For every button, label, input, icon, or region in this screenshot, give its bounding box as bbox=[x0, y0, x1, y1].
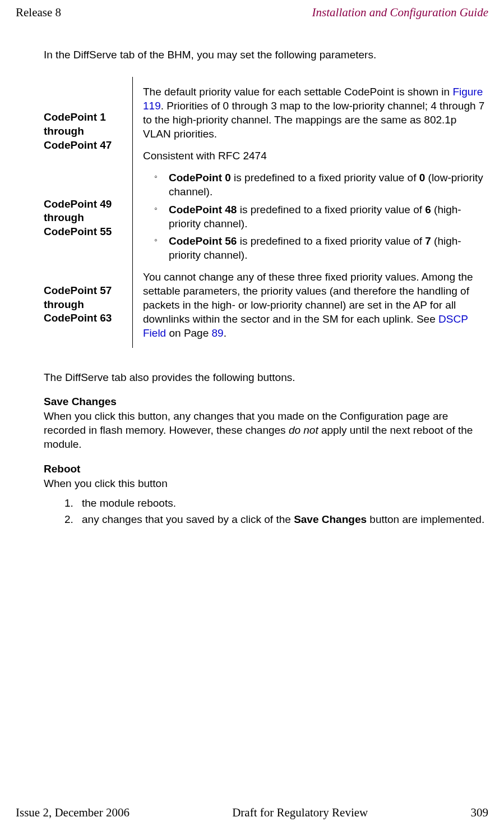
codepoint-bullet-list: CodePoint 0 is predefined to a fixed pri… bbox=[143, 171, 487, 261]
label-text: CodePoint 47 bbox=[44, 139, 112, 151]
desc-paragraph: The default priority value for each sett… bbox=[143, 85, 487, 141]
footer-left: Issue 2, December 2006 bbox=[16, 806, 130, 820]
text: . bbox=[224, 327, 226, 339]
list-item: CodePoint 48 is predefined to a fixed pr… bbox=[143, 203, 487, 231]
label-text: CodePoint 63 bbox=[44, 312, 112, 324]
label-text: through bbox=[44, 212, 84, 223]
text: The default priority value for each sett… bbox=[143, 86, 452, 98]
page-header: Release 8 Installation and Configuration… bbox=[16, 6, 488, 20]
strong-text: CodePoint 0 bbox=[169, 172, 231, 183]
desc-paragraph: Consistent with RFC 2474 bbox=[143, 149, 487, 163]
label-text: CodePoint 1 bbox=[44, 111, 106, 123]
text: on Page bbox=[166, 327, 211, 339]
list-item: CodePoint 0 is predefined to a fixed pri… bbox=[143, 171, 487, 199]
description-column: The default priority value for each sett… bbox=[133, 77, 487, 348]
strong-text: CodePoint 56 bbox=[169, 235, 237, 247]
label-text: CodePoint 55 bbox=[44, 226, 112, 237]
label-text: through bbox=[44, 299, 84, 310]
label-text: CodePoint 57 bbox=[44, 284, 112, 296]
footer-center: Draft for Regulatory Review bbox=[232, 806, 368, 820]
desc-paragraph: You cannot change any of these three fix… bbox=[143, 270, 487, 340]
page-content: In the DiffServe tab of the BHM, you may… bbox=[44, 38, 487, 529]
buttons-intro: The DiffServe tab also provides the foll… bbox=[44, 370, 487, 384]
header-left: Release 8 bbox=[16, 6, 61, 20]
intro-paragraph: In the DiffServe tab of the BHM, you may… bbox=[44, 49, 487, 61]
reboot-heading: Reboot bbox=[44, 463, 487, 475]
emphasis: do not bbox=[289, 424, 318, 436]
text: You cannot change any of these three fix… bbox=[143, 271, 473, 325]
label-codepoint-1-47: CodePoint 1 through CodePoint 47 bbox=[44, 111, 127, 152]
text: is predefined to a fixed priority value … bbox=[231, 172, 419, 183]
strong-text: Save Changes bbox=[294, 513, 367, 525]
header-right: Installation and Configuration Guide bbox=[312, 6, 488, 20]
text: . Priorities of 0 through 3 map to the l… bbox=[143, 100, 484, 140]
parameter-table: CodePoint 1 through CodePoint 47 CodePoi… bbox=[44, 77, 487, 348]
strong-text: 7 bbox=[425, 235, 431, 247]
label-codepoint-49-55: CodePoint 49 through CodePoint 55 bbox=[44, 198, 127, 239]
text: button are implemented. bbox=[367, 513, 484, 525]
label-text: CodePoint 49 bbox=[44, 198, 112, 210]
save-changes-heading: Save Changes bbox=[44, 396, 487, 408]
list-item: CodePoint 56 is predefined to a fixed pr… bbox=[143, 234, 487, 262]
text: any changes that you saved by a click of… bbox=[82, 513, 294, 525]
list-item: any changes that you saved by a click of… bbox=[76, 512, 487, 526]
label-text: through bbox=[44, 125, 84, 137]
strong-text: CodePoint 48 bbox=[169, 204, 237, 215]
strong-text: 0 bbox=[419, 172, 426, 183]
save-changes-desc: When you click this button, any changes … bbox=[44, 409, 487, 451]
reboot-desc: When you click this button bbox=[44, 476, 487, 490]
strong-text: 6 bbox=[425, 204, 431, 215]
text: is predefined to a fixed priority value … bbox=[237, 204, 425, 215]
label-codepoint-57-63: CodePoint 57 through CodePoint 63 bbox=[44, 284, 127, 325]
label-column: CodePoint 1 through CodePoint 47 CodePoi… bbox=[44, 77, 133, 348]
reboot-steps: the module reboots. any changes that you… bbox=[44, 496, 487, 526]
page-number-link[interactable]: 89 bbox=[212, 327, 224, 339]
text: is predefined to a fixed priority value … bbox=[237, 235, 425, 247]
page-footer: Issue 2, December 2006 Draft for Regulat… bbox=[16, 806, 488, 820]
list-item: the module reboots. bbox=[76, 496, 487, 510]
footer-right: 309 bbox=[470, 806, 488, 820]
